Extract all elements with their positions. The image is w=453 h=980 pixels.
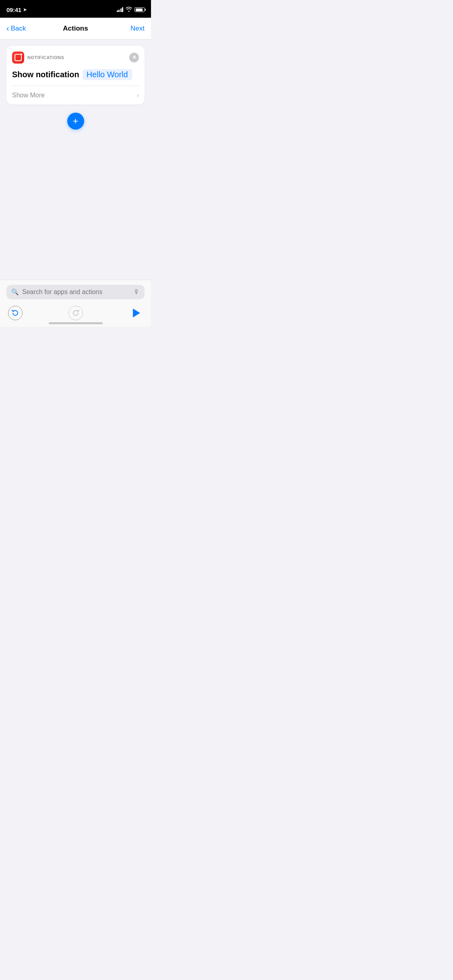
chevron-right-icon: › (137, 92, 139, 99)
action-category: NOTIFICATIONS (27, 55, 64, 60)
notification-icon-inner (14, 54, 22, 61)
location-icon: ➤ (23, 7, 27, 12)
back-button[interactable]: ‹ Back (6, 24, 31, 33)
search-input[interactable] (22, 288, 130, 296)
action-label: Show notification (12, 70, 79, 79)
back-label: Back (11, 25, 26, 33)
redo-button[interactable] (68, 306, 83, 320)
add-action-button[interactable]: + (67, 113, 84, 130)
search-bar[interactable]: 🔍 🎙 (6, 285, 145, 299)
signal-icon (117, 7, 124, 12)
action-value[interactable]: Hello World (83, 69, 132, 80)
action-card: NOTIFICATIONS ✕ Show notification Hello … (6, 46, 145, 105)
main-content: NOTIFICATIONS ✕ Show notification Hello … (0, 39, 151, 130)
battery-icon (134, 7, 145, 12)
notification-app-icon (12, 51, 24, 64)
plus-icon: + (72, 116, 78, 126)
bottom-toolbar (6, 304, 145, 323)
status-time: 09:41 (6, 6, 21, 13)
undo-button[interactable] (8, 306, 23, 320)
status-icons (117, 7, 145, 13)
navigation-bar: ‹ Back Actions Next (0, 18, 151, 39)
microphone-icon[interactable]: 🎙 (133, 288, 140, 296)
next-button[interactable]: Next (120, 25, 145, 33)
close-icon: ✕ (132, 55, 137, 60)
play-icon (133, 309, 140, 317)
action-body: Show notification Hello World (6, 68, 145, 86)
page-title: Actions (31, 25, 120, 33)
wifi-icon (126, 7, 132, 13)
chevron-left-icon: ‹ (6, 24, 9, 33)
action-header-left: NOTIFICATIONS (12, 51, 64, 64)
show-more-label: Show More (12, 92, 45, 99)
add-button-container: + (6, 113, 145, 130)
show-more-row[interactable]: Show More › (6, 86, 145, 105)
home-indicator (49, 322, 103, 324)
bottom-panel: 🔍 🎙 (0, 280, 151, 327)
close-action-button[interactable]: ✕ (129, 53, 139, 62)
run-button[interactable] (128, 306, 143, 320)
action-card-header: NOTIFICATIONS ✕ (6, 46, 145, 68)
search-icon: 🔍 (11, 288, 19, 296)
notification-dot (20, 53, 23, 56)
status-bar: 09:41 ➤ (0, 0, 151, 18)
